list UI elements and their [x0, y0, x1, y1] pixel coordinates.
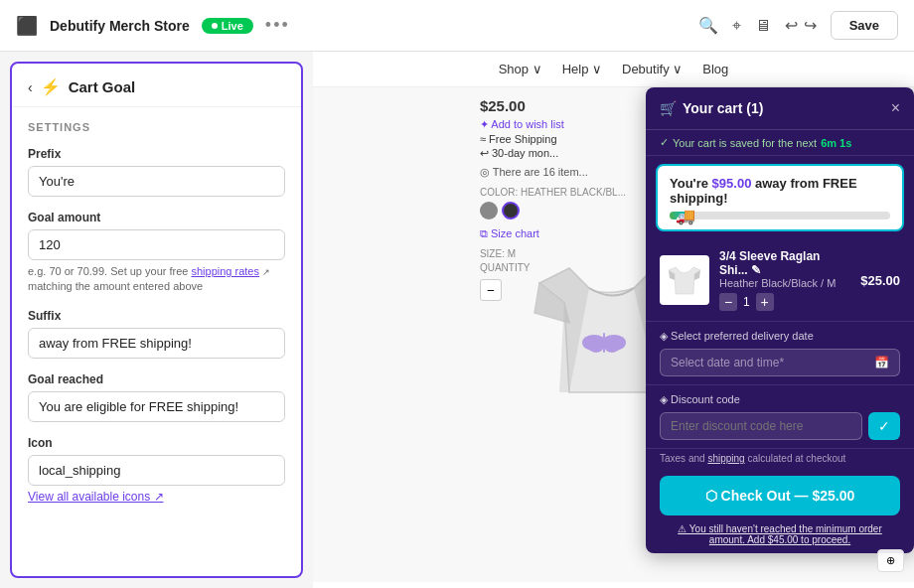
discount-row: ✓: [660, 412, 900, 440]
nav-debutify[interactable]: Debutify ∨: [622, 62, 683, 76]
goal-amount-input[interactable]: [28, 229, 285, 260]
undo-redo: ↩ ↪: [785, 16, 817, 35]
items-count: ◎ There are 16 item...: [480, 166, 626, 179]
discount-apply-button[interactable]: ✓: [868, 412, 900, 440]
preview-content: $25.00 ✦ Add to wish list ≈ Free Shippin…: [313, 87, 914, 582]
more-options-icon[interactable]: •••: [265, 15, 290, 36]
goal-reached-label: Goal reached: [28, 372, 285, 386]
main: ‹ ⚡ Cart Goal SETTINGS Prefix Goal amoun…: [0, 52, 914, 588]
svg-point-3: [605, 343, 619, 353]
cart-title: 🛒 Your cart (1): [660, 100, 763, 116]
nav-help[interactable]: Help ∨: [562, 62, 602, 76]
shipping-taxes-link[interactable]: shipping: [707, 453, 744, 464]
size-chart-link[interactable]: ⧉ Size chart: [480, 227, 626, 240]
panel-title: Cart Goal: [69, 78, 136, 95]
prefix-input[interactable]: [28, 166, 285, 197]
discount-input[interactable]: [660, 412, 862, 440]
topbar-left: ⬛ Debutify Merch Store Live •••: [16, 15, 290, 37]
redo-icon[interactable]: ↪: [804, 16, 817, 35]
preview-controls: ⊕: [877, 549, 904, 572]
panel-header: ‹ ⚡ Cart Goal: [12, 64, 301, 107]
size-label: Size: M: [480, 248, 626, 259]
cart-product-price: $25.00: [860, 273, 900, 288]
returns: ↩ 30-day mon...: [480, 147, 626, 160]
goal-message: You're $95.00 away from FREE shipping!: [670, 176, 890, 206]
undo-icon[interactable]: ↩: [785, 16, 798, 35]
cart-close-button[interactable]: ×: [891, 99, 900, 117]
nav-shop[interactable]: Shop ∨: [499, 62, 542, 76]
store-name: Debutify Merch Store: [50, 18, 190, 34]
quantity-label: Quantity: [480, 262, 626, 273]
cart-quantity-row: − 1 +: [719, 293, 850, 311]
goal-reached-input[interactable]: [28, 391, 285, 422]
settings-section: SETTINGS Prefix Goal amount e.g. 70 or 7…: [12, 107, 301, 504]
color-swatches: [480, 202, 626, 220]
quantity-controls: −: [480, 279, 626, 301]
goal-amount-label: Goal amount: [28, 211, 285, 224]
cart-qty-plus[interactable]: +: [756, 293, 774, 311]
live-label: Live: [222, 20, 243, 32]
delivery-section: ◈ Select preferred delivery date Select …: [646, 322, 914, 385]
icon-field: Icon View all available icons ↗: [28, 436, 285, 504]
qty-minus-button[interactable]: −: [480, 279, 502, 301]
color-swatch-dark[interactable]: [502, 202, 520, 220]
cart-product-info: 3/4 Sleeve Raglan Shi... ✎ Heather Black…: [719, 249, 850, 311]
discount-label: ◈ Discount code: [660, 393, 900, 406]
cart-timer: 6m 1s: [821, 137, 851, 149]
cart-warning: ⚠ You still haven't reached the minimum …: [646, 523, 914, 553]
product-price: $25.00: [480, 97, 626, 114]
zoom-button[interactable]: ⊕: [877, 549, 904, 572]
cart-taxes: Taxes and shipping calculated at checkou…: [646, 449, 914, 468]
color-section: Color: HEATHER BLACK/BL...: [480, 187, 626, 198]
suffix-input[interactable]: [28, 328, 285, 359]
icon-label: Icon: [28, 436, 285, 450]
cart-qty-minus[interactable]: −: [719, 293, 737, 311]
icon-input[interactable]: [28, 455, 285, 486]
cursor-icon[interactable]: ⌖: [732, 17, 741, 35]
cart-header: 🛒 Your cart (1) ×: [646, 87, 914, 130]
topbar: ⬛ Debutify Merch Store Live ••• 🔍 ⌖ 🖥 ↩ …: [0, 0, 914, 52]
cart-product-variant: Heather Black/Black / M: [719, 277, 850, 289]
color-swatch-gray[interactable]: [480, 202, 498, 220]
cart-popup: 🛒 Your cart (1) × ✓ Your cart is saved f…: [646, 87, 914, 553]
delivery-input[interactable]: Select date and time* 📅: [660, 349, 900, 376]
checkout-button[interactable]: ⬡ Check Out — $25.00: [660, 476, 900, 515]
preview-area: Shop ∨ Help ∨ Debutify ∨ Blog: [313, 52, 914, 588]
settings-label: SETTINGS: [28, 121, 285, 133]
cart-product-name: 3/4 Sleeve Raglan Shi... ✎: [719, 249, 850, 277]
live-dot: [212, 23, 218, 29]
panel-back-button[interactable]: ‹: [28, 79, 33, 95]
goal-reached-field: Goal reached: [28, 372, 285, 422]
cart-goal-icon: ⚡: [41, 77, 61, 96]
wishlist-link[interactable]: ✦ Add to wish list: [480, 118, 626, 131]
discount-section: ◈ Discount code ✓: [646, 385, 914, 449]
view-icons-link[interactable]: View all available icons ↗: [28, 490, 285, 504]
shipping-progress-icon: 🚚: [676, 207, 695, 225]
goal-amount-hint: e.g. 70 or 70.99. Set up your free shipp…: [28, 264, 285, 295]
suffix-field: Suffix: [28, 309, 285, 359]
live-badge: Live: [202, 18, 253, 34]
search-icon[interactable]: 🔍: [698, 16, 718, 35]
cart-product-image: [660, 255, 709, 305]
svg-rect-4: [603, 333, 605, 353]
prefix-field: Prefix: [28, 147, 285, 197]
cart-saved-notice: ✓ Your cart is saved for the next 6m 1s: [646, 130, 914, 156]
delivery-label: ◈ Select preferred delivery date: [660, 330, 900, 343]
calendar-icon: 📅: [874, 356, 889, 369]
svg-point-2: [589, 343, 603, 353]
shipping-rates-link[interactable]: shipping rates: [192, 265, 260, 277]
desktop-icon[interactable]: 🖥: [755, 17, 771, 35]
nav-blog[interactable]: Blog: [702, 62, 728, 76]
goal-banner: You're $95.00 away from FREE shipping! 🚚: [656, 164, 904, 231]
back-icon[interactable]: ⬛: [16, 15, 38, 37]
product-details: $25.00 ✦ Add to wish list ≈ Free Shippin…: [480, 97, 626, 301]
suffix-label: Suffix: [28, 309, 285, 323]
cart-product-row: 3/4 Sleeve Raglan Shi... ✎ Heather Black…: [646, 239, 914, 322]
save-button[interactable]: Save: [831, 11, 898, 40]
goal-amount: $95.00: [712, 176, 752, 191]
cart-qty-value: 1: [743, 295, 750, 309]
preview-nav: Shop ∨ Help ∨ Debutify ∨ Blog: [313, 52, 914, 87]
left-panel: ‹ ⚡ Cart Goal SETTINGS Prefix Goal amoun…: [10, 62, 303, 578]
goal-progress-bar: 🚚: [670, 212, 890, 220]
check-icon: ✓: [660, 136, 669, 149]
